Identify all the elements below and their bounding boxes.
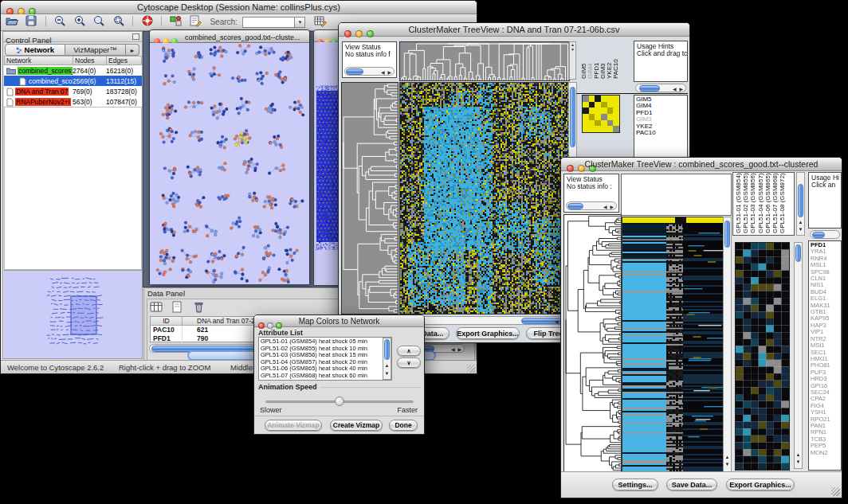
col-edges[interactable]: Edges: [107, 57, 141, 64]
treeview1-column-labels: GIM5GIM4PFD1GIM3YKE2PAC10: [578, 41, 622, 80]
column-label: PAC10: [613, 59, 619, 79]
network-table-row[interactable]: DNA and Tran 07769(0)183728(0): [4, 86, 142, 96]
network-table-row[interactable]: combined_scores_2764(0)16218(0): [4, 65, 142, 76]
tab-network[interactable]: Network: [5, 44, 65, 56]
summary-cell: [613, 107, 619, 114]
treeview1-title-bar[interactable]: ClusterMaker TreeView : DNA and Tran 07-…: [339, 23, 689, 37]
view-status-scrollbar[interactable]: ◀ ▶: [566, 201, 617, 210]
search-input[interactable]: [242, 17, 295, 28]
summary-cell: [607, 96, 614, 102]
usage-hints-scrollbar[interactable]: [810, 230, 840, 239]
gene-label: PHO81: [809, 362, 841, 369]
gene-label: MSL1: [809, 262, 841, 268]
row-dendrogram[interactable]: [341, 82, 398, 315]
slower-label: Slower: [260, 406, 282, 414]
usage-hints-panel: Usage Hi Click an: [808, 172, 842, 229]
move-up-button[interactable]: ∧: [397, 346, 421, 356]
gene-label: HMG1: [809, 356, 841, 362]
summary-cell: [595, 120, 601, 127]
summary-cell: [589, 96, 595, 102]
zoom-in-icon[interactable]: [73, 15, 86, 27]
attribute-select-icon[interactable]: [150, 301, 163, 313]
export-graphics-button[interactable]: Export Graphics...: [456, 327, 520, 339]
treeview2-title-bar[interactable]: ClusterMaker TreeView : combined_scores_…: [561, 158, 842, 171]
summary-cell: [601, 107, 607, 114]
zoom-out-icon[interactable]: [53, 15, 66, 27]
network-canvas[interactable]: [150, 43, 309, 284]
attribute-list[interactable]: GPL51-01 (GSM854) heat shock 05 minGPL51…: [258, 337, 392, 381]
slider-thumb[interactable]: [335, 397, 344, 406]
main-title-bar[interactable]: Cytoscape Desktop (Session Name: collins…: [1, 1, 477, 14]
column-labels-vscrollbar[interactable]: ▲▼: [796, 172, 805, 236]
table-import-icon[interactable]: [314, 15, 327, 27]
summary-cell: [613, 102, 619, 108]
summary-cell: [589, 102, 595, 108]
row-label: GIM4: [634, 103, 687, 109]
network-table-row[interactable]: RNAPuberNov2+I563(0)107847(0): [4, 96, 142, 107]
settings-button[interactable]: Settings...: [612, 479, 658, 490]
gene-label: VIP1: [809, 329, 841, 335]
save-data-button[interactable]: Save Data...: [666, 479, 717, 490]
heatmap-vscrollbar[interactable]: ▲▼: [723, 217, 732, 472]
gene-label: KAP95: [809, 315, 841, 322]
col-network[interactable]: Network: [5, 57, 73, 64]
birdseye-view[interactable]: [4, 270, 142, 358]
attribute-item[interactable]: GPL51-07 (GSM868) heat shock 60 min: [261, 373, 390, 380]
gene-label: SEC24: [809, 389, 841, 396]
faster-label: Faster: [397, 406, 418, 414]
summary-cell: [607, 102, 614, 108]
resize-grip[interactable]: [467, 365, 475, 373]
float-panel-icon[interactable]: [132, 33, 139, 40]
usage-hints-label: Usage Hi: [809, 173, 841, 182]
move-down-button[interactable]: ∨: [397, 357, 421, 368]
row-dendrogram[interactable]: [563, 214, 622, 472]
usage-hints-scrollbar[interactable]: ◀ ▶: [635, 84, 686, 92]
open-file-icon[interactable]: [6, 15, 18, 27]
gene-label: PEP5: [809, 443, 841, 449]
dialog-title: Map Colors to Network: [254, 317, 424, 326]
delete-attribute-icon[interactable]: [192, 301, 205, 313]
view-status-info: No status info f: [343, 51, 396, 58]
row-label: PAC10: [634, 130, 687, 136]
export-graphics-button[interactable]: Export Graphics...: [726, 479, 795, 490]
vizmapper-icon[interactable]: [170, 15, 183, 27]
dialog-title-bar[interactable]: Map Colors to Network: [254, 315, 424, 327]
view-status-scrollbar[interactable]: ◀ ▶: [344, 67, 395, 76]
resize-grip[interactable]: [831, 487, 840, 496]
heatmap-canvas[interactable]: [399, 82, 569, 315]
animate-vizmap-button[interactable]: Animate Vizmap: [265, 420, 322, 431]
network-table-row[interactable]: combined_sco2569(6)13112(15): [4, 76, 142, 86]
scroll-arrows[interactable]: ◀ ▶: [451, 346, 462, 352]
col-nodes[interactable]: Nodes: [73, 57, 107, 64]
summary-cell: [583, 120, 589, 127]
gene-label: FIG4: [809, 403, 841, 409]
summary-vscrollbar[interactable]: ▲▼: [794, 242, 803, 469]
row-label: GIM5: [634, 96, 687, 103]
summary-cell: [583, 96, 589, 102]
done-button[interactable]: Done: [389, 420, 418, 431]
zoom-selected-icon[interactable]: [92, 15, 105, 27]
summary-cell: [583, 114, 589, 120]
col-header-id[interactable]: ID: [151, 317, 183, 325]
new-attribute-icon[interactable]: [171, 301, 183, 313]
attribute-list-vscrollbar[interactable]: ▲▼: [383, 338, 391, 380]
summary-cell: [613, 120, 619, 127]
summary-cell: [583, 107, 589, 114]
treeview2-column-labels: GPL51-01 (GSM854)GPL51-02 (GSM855)GPL51-…: [732, 172, 795, 236]
heatmap-canvas[interactable]: [622, 217, 724, 472]
annotation-icon[interactable]: [189, 15, 202, 27]
tree-zoom-arrows[interactable]: ▲▼: [569, 41, 576, 80]
summary-heatmap[interactable]: [735, 242, 790, 471]
tab-more[interactable]: ►: [126, 44, 139, 56]
create-vizmap-button[interactable]: Create Vizmap: [330, 420, 383, 431]
save-icon[interactable]: [25, 15, 37, 27]
column-dendrogram[interactable]: [399, 41, 570, 81]
column-label: GPL51-07 (GSM868): [772, 173, 779, 233]
column-label: GPL51-03 (GSM856): [750, 173, 756, 233]
search-dropdown-arrow[interactable]: ▼: [295, 17, 305, 28]
zoom-fit-icon[interactable]: [112, 15, 125, 27]
tab-vizmapper[interactable]: VizMapper™: [65, 44, 126, 56]
help-lifesaver-icon[interactable]: [141, 15, 154, 27]
summary-cell: [589, 107, 595, 114]
summary-heatmap[interactable]: [582, 95, 620, 133]
